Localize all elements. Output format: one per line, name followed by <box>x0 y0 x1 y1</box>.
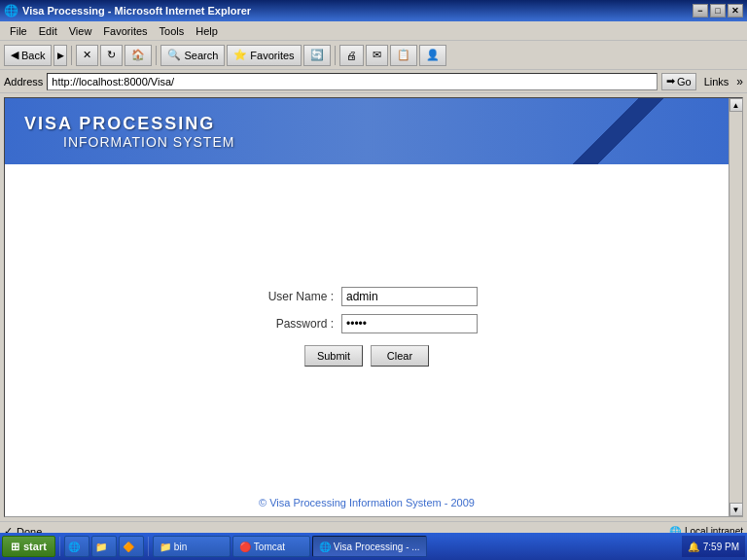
close-button[interactable]: ✕ <box>728 4 743 18</box>
toolbar: ◀ Back ▶ ✕ ↻ 🏠 🔍 Search ⭐ Favorites 🔄 🖨 … <box>0 41 747 70</box>
media-button[interactable]: 🔄 <box>303 45 331 66</box>
address-bar: Address ➡ Go Links » <box>0 70 747 93</box>
username-label: User Name : <box>256 290 334 303</box>
taskbar-tomcat[interactable]: 🔴 Tomcat <box>232 536 310 557</box>
back-button[interactable]: ◀ Back <box>4 45 52 66</box>
folder-icon: 📁 <box>95 542 107 552</box>
bin-icon: 📁 <box>160 542 171 552</box>
taskbar-separator-1 <box>59 537 60 556</box>
banner: Visa Processing Information System <box>5 98 729 164</box>
scroll-down-button[interactable]: ▼ <box>729 503 743 516</box>
search-label: Search <box>184 50 218 61</box>
taskbar-separator-2 <box>148 537 149 556</box>
clear-button[interactable]: Clear <box>371 345 429 367</box>
go-label: Go <box>677 76 692 88</box>
menu-tools[interactable]: Tools <box>154 23 191 39</box>
banner-title: Visa Processing <box>24 114 234 134</box>
banner-subtitle: Information System <box>63 134 234 150</box>
username-input[interactable] <box>341 287 478 306</box>
maximize-button[interactable]: □ <box>710 4 726 18</box>
login-form: User Name : Password : Submit Clear <box>256 287 478 367</box>
taskbar-clock: 🔔 7:59 PM <box>682 536 745 557</box>
menu-bar: File Edit View Favorites Tools Help <box>0 21 747 41</box>
taskbar-tomcat-label: Tomcat <box>254 542 285 552</box>
window-icon: 🌐 <box>4 4 18 18</box>
time-display: 7:59 PM <box>703 542 739 552</box>
stop-button[interactable]: ✕ <box>76 45 98 66</box>
quicklaunch-3[interactable]: 🔶 <box>119 536 144 557</box>
menu-file[interactable]: File <box>4 23 33 39</box>
window-controls: − □ ✕ <box>693 4 743 18</box>
address-label: Address <box>4 76 43 88</box>
copyright-text: © Visa Processing Information System - 2… <box>259 497 475 508</box>
menu-favorites[interactable]: Favorites <box>97 23 153 39</box>
address-input[interactable] <box>47 73 658 90</box>
menu-view[interactable]: View <box>63 23 98 39</box>
submit-button[interactable]: Submit <box>304 345 363 367</box>
separator-1 <box>71 46 72 65</box>
app-icon: 🔶 <box>123 542 134 552</box>
vertical-scrollbar[interactable]: ▲ ▼ <box>729 98 742 516</box>
tomcat-icon: 🔴 <box>239 542 251 552</box>
go-button[interactable]: ➡ Go <box>661 73 696 90</box>
home-button[interactable]: 🏠 <box>124 45 152 66</box>
messenger-button[interactable]: 👤 <box>419 45 446 66</box>
scroll-up-button[interactable]: ▲ <box>729 98 743 112</box>
minimize-button[interactable]: − <box>693 4 708 18</box>
page-footer: © Visa Processing Information System - 2… <box>5 489 729 516</box>
password-label: Password : <box>256 317 334 331</box>
window-title: Visa Processing - Microsoft Internet Exp… <box>22 5 251 17</box>
print-button[interactable]: 🖨 <box>339 45 364 66</box>
banner-text: Visa Processing Information System <box>24 114 234 150</box>
back-arrow-icon: ◀ <box>11 49 18 61</box>
mail-button[interactable]: ✉ <box>366 45 388 66</box>
page-content: Visa Processing Information System User … <box>5 98 729 516</box>
go-arrow-icon: ➡ <box>666 75 675 88</box>
separator-2 <box>156 46 157 65</box>
taskbar-visa-label: Visa Processing - ... <box>334 542 420 552</box>
favorites-label: Favorites <box>250 50 294 61</box>
login-area: User Name : Password : Submit Clear <box>5 164 729 489</box>
menu-help[interactable]: Help <box>190 23 224 39</box>
start-label: start <box>23 541 47 552</box>
clock-icon: 🔔 <box>688 542 699 552</box>
quicklaunch-2[interactable]: 📁 <box>91 536 117 557</box>
separator-3 <box>335 46 336 65</box>
windows-flag-icon: ⊞ <box>11 541 19 553</box>
taskbar-bin[interactable]: 📁 bin <box>153 536 231 557</box>
taskbar: ⊞ start 🌐 📁 🔶 📁 bin 🔴 Tomcat 🌐 Visa Proc… <box>0 533 747 560</box>
form-buttons: Submit Clear <box>256 345 478 367</box>
start-button[interactable]: ⊞ start <box>2 536 55 557</box>
taskbar-bin-label: bin <box>174 542 187 552</box>
password-row: Password : <box>256 314 478 333</box>
password-input[interactable] <box>341 314 478 333</box>
refresh-button[interactable]: ↻ <box>100 45 123 66</box>
username-row: User Name : <box>256 287 478 306</box>
browser-window: Visa Processing Information System User … <box>4 97 743 517</box>
ie-icon: 🌐 <box>68 542 80 552</box>
menu-edit[interactable]: Edit <box>33 23 63 39</box>
more-button[interactable]: 📋 <box>390 45 417 66</box>
visa-icon: 🌐 <box>319 542 331 552</box>
favorites-button[interactable]: ⭐ Favorites <box>227 45 301 66</box>
back-label: Back <box>21 50 45 61</box>
search-icon: 🔍 <box>167 49 181 61</box>
quicklaunch-ie[interactable]: 🌐 <box>64 536 89 557</box>
expand-icon: » <box>736 75 743 88</box>
links-button[interactable]: Links <box>700 76 733 88</box>
favorites-star-icon: ⭐ <box>233 49 247 61</box>
search-button[interactable]: 🔍 Search <box>160 45 225 66</box>
forward-arrow[interactable]: ▶ <box>53 45 67 66</box>
taskbar-visa[interactable]: 🌐 Visa Processing - ... <box>312 536 427 557</box>
title-bar: 🌐 Visa Processing - Microsoft Internet E… <box>0 0 747 21</box>
